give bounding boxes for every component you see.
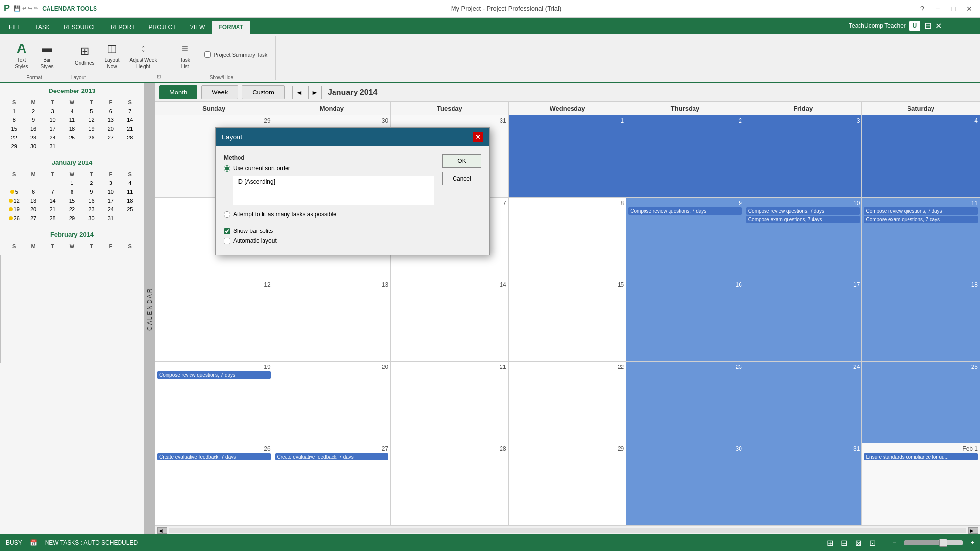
sort-order-listbox[interactable]: ID [Ascending] <box>233 176 434 205</box>
cal-day[interactable]: 19 <box>5 206 23 213</box>
adjust-week-height-btn[interactable]: ↕ Adjust Week Height <box>125 39 161 71</box>
cancel-btn[interactable]: Cancel <box>442 172 481 185</box>
cal-day[interactable]: 1 <box>5 107 23 115</box>
cal-day[interactable]: 24 <box>44 134 62 141</box>
user-close-btn[interactable]: ✕ <box>935 22 942 31</box>
text-styles-btn[interactable]: A Text Styles <box>10 39 33 71</box>
cal-day[interactable]: 14 <box>121 116 139 124</box>
ok-btn[interactable]: OK <box>442 154 481 168</box>
cal-day[interactable]: 2 <box>82 179 100 187</box>
cal-day[interactable]: 2 <box>24 107 42 115</box>
scroll-track[interactable] <box>169 528 966 533</box>
cal-day[interactable]: 10 <box>44 116 62 124</box>
cal-day[interactable]: 27 <box>24 214 42 222</box>
cal-day[interactable]: 6 <box>101 107 120 115</box>
cal-day[interactable]: 22 <box>63 206 81 213</box>
tab-file[interactable]: FILE <box>2 21 28 34</box>
cal-day[interactable]: 4 <box>121 179 139 187</box>
task-bar[interactable]: Compose review questions, 7 days <box>628 207 742 215</box>
cal-day[interactable]: 29 <box>63 214 81 222</box>
cal-day[interactable]: 25 <box>121 206 139 213</box>
task-bar[interactable]: Compose exam questions, 7 days <box>864 216 978 223</box>
tab-project[interactable]: PROJECT <box>142 21 183 34</box>
cal-day[interactable]: 11 <box>63 116 81 124</box>
cal-day[interactable]: 22 <box>5 134 23 141</box>
cal-day[interactable]: 3 <box>101 179 120 187</box>
task-bar[interactable]: Compose review questions, 7 days <box>864 207 978 215</box>
cal-prev-btn[interactable]: ◄ <box>292 86 306 99</box>
task-bar[interactable]: Ensure standards compliance for qu... <box>864 453 978 460</box>
maximize-btn[interactable]: □ <box>947 2 960 16</box>
cal-day[interactable]: 28 <box>121 134 139 141</box>
cal-day[interactable]: 30 <box>24 142 42 150</box>
zoom-slider[interactable] <box>904 540 963 545</box>
cal-day[interactable]: 26 <box>5 214 23 222</box>
task-bar[interactable]: Create evaluative feedback, 7 days <box>157 453 271 460</box>
cal-day[interactable]: 12 <box>82 116 100 124</box>
cal-day[interactable]: 16 <box>82 197 100 205</box>
show-bar-splits-label[interactable]: Show bar splits <box>224 228 434 234</box>
cal-next-btn[interactable]: ► <box>308 86 322 99</box>
cal-day[interactable]: 31 <box>101 214 120 222</box>
quick-access[interactable]: 💾 ↩ ↪ ✏ <box>14 5 38 12</box>
scroll-left-btn[interactable]: ◄ <box>157 527 167 534</box>
task-list-btn[interactable]: ≡ Task List <box>173 39 196 71</box>
cal-day[interactable]: 6 <box>24 188 42 196</box>
month-view-btn[interactable]: Month <box>159 85 197 99</box>
week-view-btn[interactable]: Week <box>201 85 238 99</box>
cal-day[interactable]: 17 <box>44 125 62 133</box>
cal-day[interactable]: 3 <box>44 107 62 115</box>
tab-format[interactable]: FORMAT <box>212 21 250 34</box>
cal-day[interactable]: 18 <box>63 125 81 133</box>
cal-day[interactable]: 15 <box>63 197 81 205</box>
help-btn[interactable]: ? <box>915 2 929 16</box>
cal-day[interactable]: 5 <box>5 188 23 196</box>
cal-day[interactable]: 21 <box>121 125 139 133</box>
cal-day[interactable]: 5 <box>82 107 100 115</box>
cal-day[interactable]: 11 <box>121 188 139 196</box>
user-layout-btn[interactable]: ⊟ <box>924 21 932 31</box>
radio2-label[interactable]: Attempt to fit as many tasks as possible <box>224 211 434 218</box>
cal-day[interactable]: 7 <box>121 107 139 115</box>
cal-day[interactable]: 29 <box>5 142 23 150</box>
cal-day[interactable]: 26 <box>82 134 100 141</box>
layout-now-btn[interactable]: ◫ Layout Now <box>100 39 123 71</box>
cal-day[interactable]: 17 <box>101 197 120 205</box>
task-bar[interactable]: Compose review questions, 7 days <box>157 371 271 379</box>
cal-day[interactable]: 23 <box>82 206 100 213</box>
scroll-right-btn[interactable]: ► <box>968 527 978 534</box>
radio1[interactable] <box>224 165 230 172</box>
layout-expand-btn[interactable]: ⊡ <box>157 74 161 79</box>
tab-task[interactable]: TASK <box>28 21 56 34</box>
cal-day[interactable]: 9 <box>82 188 100 196</box>
cal-day[interactable]: 1 <box>63 179 81 187</box>
cal-day[interactable]: 31 <box>44 142 62 150</box>
status-zoom-in[interactable]: + <box>971 539 974 546</box>
cal-day[interactable]: 12 <box>5 197 23 205</box>
radio2[interactable] <box>224 211 230 218</box>
project-summary-checkbox-label[interactable]: Project Summary Task <box>202 49 269 60</box>
bar-styles-btn[interactable]: ▬ Bar Styles <box>35 39 59 71</box>
tab-report[interactable]: REPORT <box>104 21 142 34</box>
cal-day[interactable]: 4 <box>63 107 81 115</box>
automatic-layout-checkbox[interactable] <box>224 238 230 244</box>
horizontal-scrollbar[interactable]: ◄ ► <box>155 526 980 534</box>
tab-resource[interactable]: RESOURCE <box>57 21 104 34</box>
tab-view[interactable]: VIEW <box>183 21 212 34</box>
cal-day[interactable]: 9 <box>24 116 42 124</box>
task-bar[interactable]: Compose review questions, 7 days <box>746 207 860 215</box>
cal-day[interactable]: 20 <box>24 206 42 213</box>
cal-day[interactable]: 8 <box>63 188 81 196</box>
dialog-close-btn[interactable]: ✕ <box>473 132 483 142</box>
cal-day[interactable]: 19 <box>82 125 100 133</box>
close-btn[interactable]: ✕ <box>962 2 976 16</box>
cal-day[interactable]: 7 <box>44 188 62 196</box>
cal-day[interactable]: 8 <box>5 116 23 124</box>
cal-day[interactable]: 23 <box>24 134 42 141</box>
cal-day[interactable]: 21 <box>44 206 62 213</box>
status-zoom-out[interactable]: − <box>893 539 896 546</box>
minimize-btn[interactable]: − <box>931 2 945 16</box>
cal-day[interactable]: 30 <box>82 214 100 222</box>
cal-day[interactable]: 10 <box>101 188 120 196</box>
cal-day[interactable]: 27 <box>101 134 120 141</box>
